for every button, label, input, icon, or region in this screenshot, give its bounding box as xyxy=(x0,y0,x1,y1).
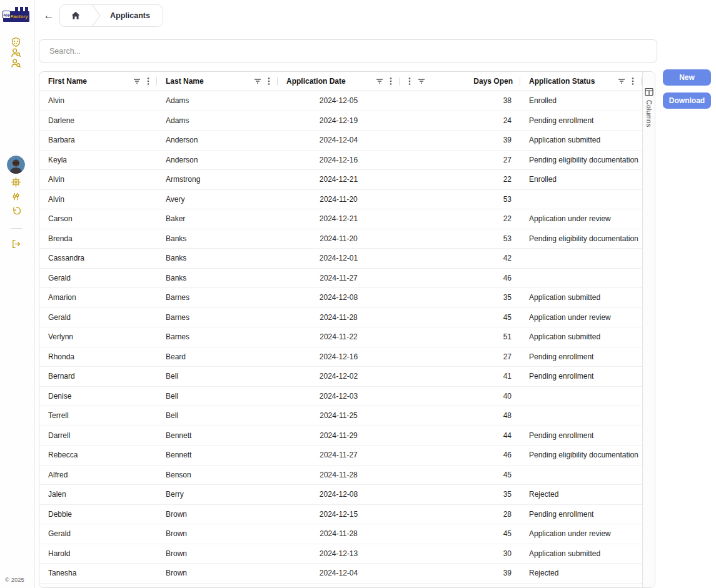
cell-status xyxy=(520,269,642,288)
cell-days: 24 xyxy=(400,111,520,131)
table-row[interactable]: BarbaraAnderson2024-12-0439Application s… xyxy=(39,131,642,151)
cell-last: Adams xyxy=(157,111,278,131)
cell-date: 2024-12-16 xyxy=(278,151,400,170)
user-search-icon[interactable] xyxy=(11,58,21,69)
cell-first: Brenda xyxy=(39,229,157,249)
cell-first: Barbara xyxy=(39,131,157,150)
table-row[interactable]: DarleneAdams2024-12-1924Pending enrollme… xyxy=(39,111,642,131)
sliders-icon[interactable] xyxy=(11,191,21,202)
logout-icon[interactable] xyxy=(11,239,21,249)
table-row[interactable]: HaroldBrown2024-12-1330Application submi… xyxy=(39,544,642,564)
table-row[interactable]: GeraldBarnes2024-11-2845Application unde… xyxy=(39,308,642,328)
columns-panel-toggle[interactable]: Columns xyxy=(642,72,655,587)
cell-date: 2024-11-22 xyxy=(278,327,400,347)
filter-icon[interactable] xyxy=(417,77,426,86)
new-button[interactable]: New xyxy=(663,69,711,86)
table-row[interactable]: BernardBell2024-12-0241Pending enrollmen… xyxy=(39,367,642,387)
table-row[interactable]: CarsonBaker2024-12-2122Application under… xyxy=(39,209,642,229)
column-header-last-name[interactable]: Last Name xyxy=(157,72,278,91)
cell-first: Gerald xyxy=(39,308,157,327)
download-button[interactable]: Download xyxy=(663,92,711,109)
cell-first: Amarion xyxy=(39,288,157,307)
cell-last: Adams xyxy=(157,91,278,111)
table-row[interactable]: GeraldBanks2024-11-2746 xyxy=(39,269,642,289)
column-menu-icon[interactable] xyxy=(268,77,270,86)
filter-icon[interactable] xyxy=(133,77,141,86)
table-row[interactable]: DeniseBell2024-12-0340 xyxy=(39,387,642,407)
table-row[interactable]: DarrellBennett2024-11-2944Pending enroll… xyxy=(39,426,642,446)
search-input[interactable] xyxy=(39,39,657,62)
cell-days: 39 xyxy=(400,131,520,150)
cell-first: Alvin xyxy=(39,170,157,189)
user-avatar[interactable] xyxy=(7,156,25,174)
cell-days: 22 xyxy=(400,209,520,229)
app-factory-logo[interactable]: Factory App xyxy=(3,4,30,24)
table-row[interactable]: VerlynnBarnes2024-11-2251Application sub… xyxy=(39,327,642,347)
table-row[interactable]: BrendaBanks2024-11-2053Pending eligibili… xyxy=(39,229,642,249)
column-header-application-status[interactable]: Application Status xyxy=(520,72,642,91)
cell-first: Darlene xyxy=(39,111,157,131)
table-row[interactable]: RhondaBeard2024-12-1627Pending enrollmen… xyxy=(39,347,642,367)
table-row[interactable]: AlvinAdams2024-12-0538Enrolled xyxy=(39,91,642,111)
table-row[interactable]: JalenBerry2024-12-0835Rejected xyxy=(39,485,642,505)
cell-last: Anderson xyxy=(157,151,278,170)
breadcrumb-chevron-icon xyxy=(91,4,101,27)
cell-days: 53 xyxy=(400,229,520,249)
cell-days: 30 xyxy=(400,544,520,564)
column-header-application-date[interactable]: Application Date xyxy=(278,72,400,91)
cell-days: 45 xyxy=(400,524,520,544)
settings-gear-icon[interactable] xyxy=(11,177,21,187)
column-menu-icon[interactable] xyxy=(632,77,634,86)
cell-date: 2024-12-02 xyxy=(278,367,400,386)
cell-last: Benson xyxy=(157,466,278,485)
table-row[interactable]: AlfredBenson2024-11-2845 xyxy=(39,466,642,486)
column-header-first-name[interactable]: First Name xyxy=(39,72,157,91)
cell-last: Brown xyxy=(157,544,278,564)
breadcrumb-current[interactable]: Applicants xyxy=(101,11,163,20)
cell-date: 2024-11-27 xyxy=(278,446,400,465)
cell-first: Denise xyxy=(39,387,157,406)
column-menu-icon[interactable] xyxy=(147,77,149,86)
cell-first: Harold xyxy=(39,544,157,564)
cell-last: Bennett xyxy=(157,426,278,446)
cell-first: Debbie xyxy=(39,505,157,524)
table-row[interactable]: TerrellBell2024-11-2548 xyxy=(39,406,642,426)
table-row[interactable]: GeraldBrown2024-11-2845Application under… xyxy=(39,524,642,544)
cell-status xyxy=(520,387,642,406)
cell-first: Keyla xyxy=(39,151,157,170)
cell-date: 2024-11-20 xyxy=(278,229,400,249)
cell-first: Bernard xyxy=(39,367,157,386)
cell-last: Armstrong xyxy=(157,170,278,189)
cell-last: Baker xyxy=(157,209,278,229)
table-row[interactable]: DebbieBrown2024-12-1528Pending enrollmen… xyxy=(39,505,642,525)
applicants-table: First Name Last Name xyxy=(39,71,655,588)
data-grid: First Name Last Name xyxy=(39,72,642,587)
cell-status: Pending enrollment xyxy=(520,505,642,524)
column-menu-icon[interactable] xyxy=(408,77,411,86)
columns-panel-label: Columns xyxy=(645,100,653,127)
table-row[interactable]: AlvinArmstrong2024-12-2122Enrolled xyxy=(39,170,642,190)
table-row[interactable]: AmarionBarnes2024-12-0835Application sub… xyxy=(39,288,642,308)
column-header-days-open[interactable]: Days Open xyxy=(400,72,520,91)
table-row[interactable]: KeylaAnderson2024-12-1627Pending eligibi… xyxy=(39,151,642,171)
user-search-icon[interactable] xyxy=(11,47,21,58)
breadcrumb-home[interactable] xyxy=(60,5,91,26)
table-row[interactable]: AlvinAvery2024-11-2053 xyxy=(39,190,642,210)
cell-status xyxy=(520,466,642,485)
table-row[interactable]: TaneshaBrown2024-12-0439Rejected xyxy=(39,564,642,584)
cell-first: Gerald xyxy=(39,269,157,288)
back-button[interactable]: ← xyxy=(43,9,55,22)
filter-icon[interactable] xyxy=(253,77,262,86)
topbar: ← Applicants xyxy=(35,0,716,31)
cell-days: 27 xyxy=(400,347,520,367)
column-menu-icon[interactable] xyxy=(390,77,392,86)
shield-bot-icon[interactable] xyxy=(11,37,21,47)
table-row[interactable]: CassandraBanks2024-12-0142 xyxy=(39,249,642,269)
table-header-row: First Name Last Name xyxy=(39,72,642,91)
cell-days: 28 xyxy=(400,505,520,524)
history-icon[interactable] xyxy=(11,206,21,216)
cell-first: Rhonda xyxy=(39,347,157,367)
filter-icon[interactable] xyxy=(375,77,384,86)
filter-icon[interactable] xyxy=(617,77,626,86)
table-row[interactable]: RebeccaBennett2024-11-2746Pending eligib… xyxy=(39,446,642,466)
